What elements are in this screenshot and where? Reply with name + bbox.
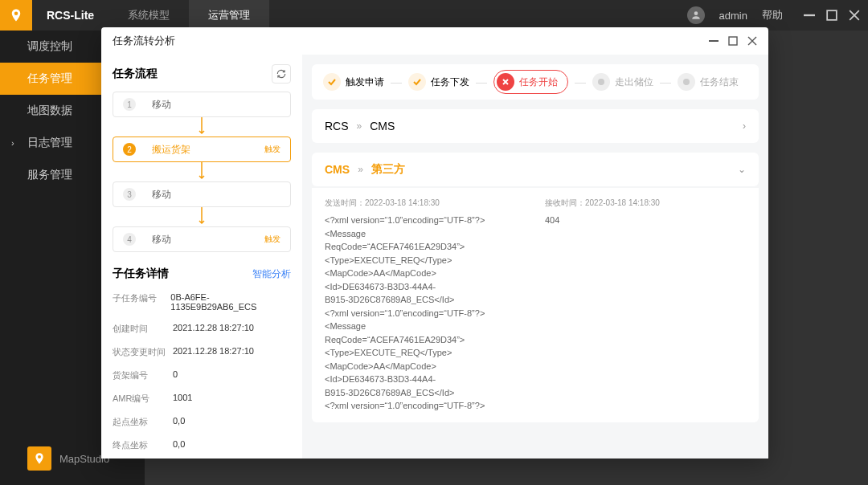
help-link[interactable]: 帮助 bbox=[762, 8, 783, 22]
chevron-down-icon: ⌄ bbox=[738, 164, 746, 175]
kv-label: 终点坐标 bbox=[113, 439, 173, 451]
stage-label: 任务开始 bbox=[519, 75, 558, 89]
chevron-right-icon: › bbox=[11, 138, 14, 148]
recv-log: 接收时间：2022-03-18 14:18:30 404 bbox=[545, 198, 746, 413]
step-tag: 触发 bbox=[264, 144, 280, 155]
pin-icon bbox=[9, 8, 23, 22]
stage-start[interactable]: 任务开始 bbox=[493, 70, 568, 94]
stage-sep-icon: — bbox=[391, 75, 402, 88]
stage-end[interactable]: 任务结束 bbox=[678, 73, 739, 91]
svg-point-5 bbox=[683, 79, 690, 85]
kv-label: 货架编号 bbox=[113, 369, 173, 381]
sidebar-item-label: 日志管理 bbox=[27, 136, 72, 150]
svg-rect-0 bbox=[804, 14, 815, 16]
route-dest: 第三方 bbox=[371, 162, 405, 177]
flow-arrow-icon bbox=[113, 162, 291, 181]
avatar[interactable] bbox=[687, 6, 705, 24]
modal-minimize-icon[interactable] bbox=[709, 36, 719, 46]
send-label: 发送时间： bbox=[325, 198, 365, 207]
tab-operations[interactable]: 运营管理 bbox=[189, 0, 269, 31]
app-name: RCS-Lite bbox=[32, 9, 108, 22]
send-body: <?xml version=“1.0”encoding=“UTF-8”?> <M… bbox=[325, 214, 526, 413]
step-label: 移动 bbox=[152, 188, 171, 202]
send-log: 发送时间：2022-03-18 14:18:30 <?xml version=“… bbox=[325, 198, 526, 413]
stage-label: 任务下发 bbox=[431, 75, 469, 89]
kv-label: AMR编号 bbox=[113, 393, 173, 405]
stage-label: 走出储位 bbox=[615, 75, 653, 89]
svg-point-4 bbox=[598, 79, 604, 85]
chevron-right-icon: › bbox=[743, 120, 746, 132]
stage-label: 触发申请 bbox=[346, 75, 384, 89]
kv-label: 子任务编号 bbox=[113, 292, 170, 312]
kv-label: 创建时间 bbox=[113, 323, 173, 335]
route-rcs-cms[interactable]: RCS » CMS › bbox=[312, 109, 759, 143]
double-chevron-icon: » bbox=[358, 164, 363, 175]
window-maximize-icon[interactable] bbox=[826, 10, 837, 21]
stage-sep-icon: — bbox=[476, 75, 487, 88]
topbar: RCS-Lite 系统模型 运营管理 admin 帮助 bbox=[0, 0, 868, 31]
svg-rect-1 bbox=[827, 10, 837, 20]
flow-step-4[interactable]: 4移动触发 bbox=[113, 226, 291, 252]
check-icon bbox=[412, 77, 422, 87]
mapstudio-icon bbox=[27, 446, 51, 471]
flow-arrow-icon bbox=[113, 207, 291, 226]
step-number: 3 bbox=[123, 188, 136, 201]
step-number: 1 bbox=[123, 98, 136, 111]
flow-arrow-icon bbox=[113, 117, 291, 137]
circle-icon bbox=[596, 77, 606, 87]
log-area: 发送时间：2022-03-18 14:18:30 <?xml version=“… bbox=[312, 188, 759, 422]
kv-value: 0,0 bbox=[173, 416, 185, 428]
flow-step-3[interactable]: 3移动 bbox=[113, 181, 291, 207]
flow-step-1[interactable]: 1移动 bbox=[113, 92, 291, 117]
window-close-icon[interactable] bbox=[849, 10, 860, 21]
recv-body: 404 bbox=[545, 214, 746, 227]
subtask-title: 子任务详情 bbox=[113, 267, 169, 281]
step-label: 移动 bbox=[152, 98, 171, 112]
kv-value: 0,0 bbox=[173, 439, 185, 451]
username[interactable]: admin bbox=[719, 10, 747, 22]
detail-panel: 触发申请 — 任务下发 — 任务开始 — 走出储位 — 任务结束 RCS » C… bbox=[302, 55, 768, 459]
sidebar-mapstudio[interactable]: MapStudio bbox=[27, 446, 109, 471]
flow-panel: 任务流程 1移动 2搬运货架触发 3移动 4移动触发 子任务详情 智能分析 子任… bbox=[101, 55, 302, 459]
app-logo bbox=[0, 0, 32, 31]
top-tabs: 系统模型 运营管理 bbox=[108, 0, 269, 31]
stage-dispatch[interactable]: 任务下发 bbox=[408, 73, 469, 91]
modal-header: 任务流转分析 bbox=[101, 27, 768, 55]
kv-label: 起点坐标 bbox=[113, 416, 173, 428]
task-flow-modal: 任务流转分析 任务流程 1移动 2搬运货架触发 3移动 4移动触发 子任务详情 bbox=[101, 27, 768, 459]
step-label: 搬运货架 bbox=[152, 143, 190, 157]
user-icon bbox=[690, 10, 702, 21]
modal-title: 任务流转分析 bbox=[113, 34, 175, 48]
kv-value: 2021.12.28 18:27:10 bbox=[173, 346, 254, 358]
kv-value: 1001 bbox=[173, 393, 192, 405]
window-minimize-icon[interactable] bbox=[804, 10, 815, 21]
stage-apply[interactable]: 触发申请 bbox=[323, 73, 384, 91]
svg-rect-3 bbox=[729, 37, 737, 45]
flow-step-2[interactable]: 2搬运货架触发 bbox=[113, 137, 291, 162]
check-icon bbox=[327, 77, 337, 87]
step-number: 4 bbox=[123, 233, 136, 246]
smart-analysis-link[interactable]: 智能分析 bbox=[252, 267, 291, 281]
refresh-icon bbox=[276, 68, 287, 79]
stage-out[interactable]: 走出储位 bbox=[592, 73, 653, 91]
route-source: RCS bbox=[325, 120, 349, 132]
modal-close-icon[interactable] bbox=[747, 36, 757, 46]
step-tag: 触发 bbox=[264, 234, 280, 245]
tab-system-model[interactable]: 系统模型 bbox=[108, 0, 189, 31]
route-dest: CMS bbox=[370, 120, 395, 132]
send-time: 2022-03-18 14:18:30 bbox=[365, 198, 440, 207]
kv-value: 0 bbox=[173, 369, 178, 381]
route-source: CMS bbox=[325, 163, 350, 176]
stage-sep-icon: — bbox=[575, 75, 586, 88]
stage-label: 任务结束 bbox=[700, 75, 739, 89]
step-number: 2 bbox=[123, 143, 136, 156]
cross-icon bbox=[501, 77, 510, 87]
refresh-button[interactable] bbox=[272, 64, 291, 84]
circle-icon bbox=[682, 77, 691, 87]
modal-maximize-icon[interactable] bbox=[728, 36, 738, 46]
route-cms-third[interactable]: CMS » 第三方 ⌄ bbox=[312, 153, 759, 186]
step-label: 移动 bbox=[152, 233, 171, 247]
kv-value: 0B-A6FE-1135E9B29AB6_ECS bbox=[170, 292, 291, 312]
flow-title: 任务流程 bbox=[113, 67, 158, 81]
kv-label: 状态变更时间 bbox=[113, 346, 173, 358]
